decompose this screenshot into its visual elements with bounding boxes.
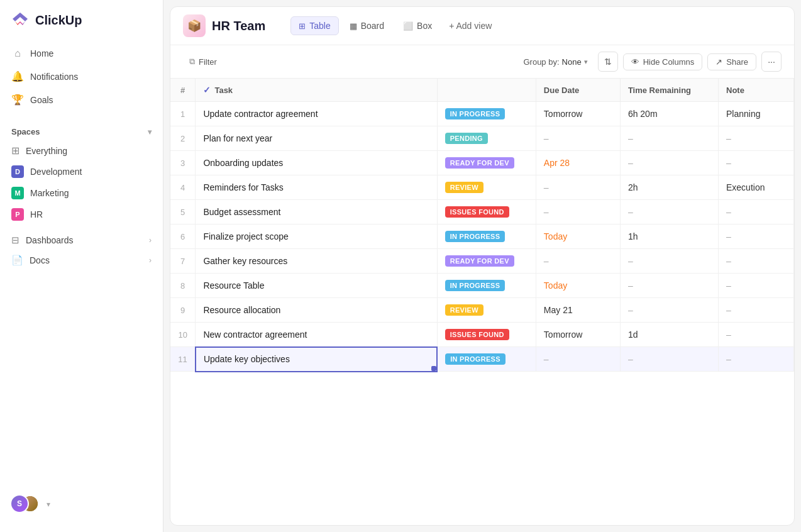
toolbar-left: ⧉ Filter: [183, 53, 223, 70]
table-row[interactable]: 5 Budget assessment ISSUES FOUND – – –: [170, 200, 794, 224]
cell-num: 2: [170, 126, 196, 151]
cell-status: READY FOR DEV: [437, 249, 536, 274]
time-remaining-text: –: [628, 207, 633, 217]
time-remaining-text: –: [628, 133, 633, 143]
col-due-date: Due Date: [536, 79, 620, 102]
cell-note: –: [719, 249, 794, 274]
due-date-text: Today: [544, 280, 567, 291]
groupby-value: None: [562, 57, 582, 67]
table-row[interactable]: 3 Onboarding updates READY FOR DEV Apr 2…: [170, 151, 794, 175]
cell-due-date: –: [536, 200, 620, 224]
col-task: ✓ Task: [196, 79, 437, 102]
development-label: Development: [30, 167, 82, 177]
cell-note: –: [719, 224, 794, 249]
sidebar-item-dashboards[interactable]: ⊟ Dashboards ›: [5, 230, 158, 250]
note-text: –: [726, 256, 731, 266]
cell-status: PENDING: [437, 126, 536, 151]
tab-table[interactable]: ⊞ Table: [290, 16, 338, 35]
space-title-area: 📦 HR Team: [183, 14, 265, 37]
cell-task: Resource Table: [196, 274, 437, 298]
cell-task: Onboarding updates: [196, 151, 437, 175]
cell-status: IN PROGRESS: [437, 102, 536, 126]
filter-button[interactable]: ⧉ Filter: [183, 53, 223, 70]
sidebar-home-label: Home: [30, 48, 53, 58]
tab-box[interactable]: ⬜ Box: [395, 16, 440, 35]
status-badge: READY FOR DEV: [445, 157, 514, 169]
cell-time-remaining: 1h: [620, 224, 718, 249]
add-view-button[interactable]: + Add view: [443, 17, 498, 35]
spaces-label: Spaces: [11, 127, 40, 136]
svg-marker-0: [13, 13, 28, 21]
table-row[interactable]: 1 Update contractor agreement IN PROGRES…: [170, 102, 794, 126]
time-remaining-text: –: [628, 158, 633, 168]
cell-time-remaining: –: [620, 298, 718, 323]
note-text: –: [726, 133, 731, 143]
sidebar-item-hr[interactable]: P HR: [5, 204, 158, 225]
cell-num: 3: [170, 151, 196, 175]
sidebar-item-everything[interactable]: ⊞ Everything: [5, 140, 158, 161]
cell-note: –: [719, 347, 794, 372]
due-date-text: –: [544, 207, 549, 217]
sidebar-item-marketing[interactable]: M Marketing: [5, 182, 158, 204]
status-badge: READY FOR DEV: [445, 255, 514, 267]
cell-note: Execution: [719, 175, 794, 200]
cell-task: Plan for next year: [196, 126, 437, 151]
tab-board-label: Board: [361, 21, 384, 31]
time-remaining-text: –: [628, 280, 633, 291]
bell-icon: 🔔: [11, 70, 24, 82]
cell-due-date: –: [536, 175, 620, 200]
dashboards-expand-icon: ›: [149, 236, 152, 245]
time-remaining-text: 2h: [628, 182, 638, 192]
table-row[interactable]: 6 Finalize project scope IN PROGRESS Tod…: [170, 224, 794, 249]
svg-marker-1: [15, 21, 25, 25]
user-profile[interactable]: S ▾: [0, 487, 163, 522]
grid-icon: ⊞: [11, 145, 19, 157]
task-name-text: Plan for next year: [203, 133, 272, 143]
groupby-button[interactable]: Group by: None ▾: [518, 54, 592, 70]
cell-status: REVIEW: [437, 175, 536, 200]
share-icon: ↗: [715, 57, 722, 67]
table-row[interactable]: 10 New contractor agreement ISSUES FOUND…: [170, 323, 794, 347]
cell-task: Gather key resources: [196, 249, 437, 274]
task-name-text: Finalize project scope: [203, 231, 288, 241]
spaces-section-header[interactable]: Spaces ▾: [5, 123, 158, 140]
table-row[interactable]: 7 Gather key resources READY FOR DEV – –…: [170, 249, 794, 274]
hide-columns-label: Hide Columns: [643, 57, 695, 67]
sidebar-item-goals[interactable]: 🏆 Goals: [5, 89, 158, 111]
add-view-label: + Add view: [449, 21, 492, 31]
task-name-text: Update contractor agreement: [203, 109, 318, 119]
task-table-container: # ✓ Task Due Date Time Remaining Note 1: [170, 79, 794, 525]
sidebar-item-docs[interactable]: 📄 Docs ›: [5, 250, 158, 270]
avatar-stack: S: [10, 494, 40, 514]
table-row[interactable]: 8 Resource Table IN PROGRESS Today – –: [170, 274, 794, 298]
note-text: –: [726, 207, 731, 217]
status-badge: IN PROGRESS: [445, 108, 505, 119]
time-remaining-text: 6h 20m: [628, 109, 658, 119]
share-button[interactable]: ↗ Share: [707, 53, 756, 70]
sidebar-item-notifications[interactable]: 🔔 Notifications: [5, 65, 158, 87]
everything-label: Everything: [26, 146, 67, 156]
table-row[interactable]: 4 Reminders for Tasks REVIEW – 2h Execut…: [170, 175, 794, 200]
due-date-text: Tomorrow: [544, 109, 582, 119]
hide-columns-button[interactable]: 👁 Hide Columns: [623, 53, 703, 70]
col-num: #: [170, 79, 196, 102]
time-remaining-text: 1d: [628, 330, 638, 340]
sidebar-item-development[interactable]: D Development: [5, 161, 158, 182]
filter-icon: ⧉: [189, 57, 195, 67]
sort-button[interactable]: ⇅: [598, 52, 618, 72]
sidebar-nav: ⌂ Home 🔔 Notifications 🏆 Goals: [0, 43, 163, 111]
view-tabs: ⊞ Table ▦ Board ⬜ Box + Add view: [290, 16, 498, 35]
cell-time-remaining: –: [620, 347, 718, 372]
toolbar-right: Group by: None ▾ ⇅ 👁 Hide Columns ↗ Shar…: [518, 52, 782, 72]
sidebar-item-home[interactable]: ⌂ Home: [5, 43, 158, 64]
more-button[interactable]: ···: [761, 52, 782, 72]
cell-note: –: [719, 323, 794, 347]
table-row[interactable]: 9 Resource allocation REVIEW May 21 – –: [170, 298, 794, 323]
docs-icon: 📄: [11, 255, 23, 266]
tab-board[interactable]: ▦ Board: [341, 16, 392, 35]
logo[interactable]: ClickUp: [0, 10, 163, 43]
table-row[interactable]: 2 Plan for next year PENDING – – –: [170, 126, 794, 151]
table-row[interactable]: 11 Update key objectives IN PROGRESS – –…: [170, 347, 794, 372]
sidebar-notifications-label: Notifications: [30, 72, 78, 82]
note-text: –: [726, 280, 731, 291]
